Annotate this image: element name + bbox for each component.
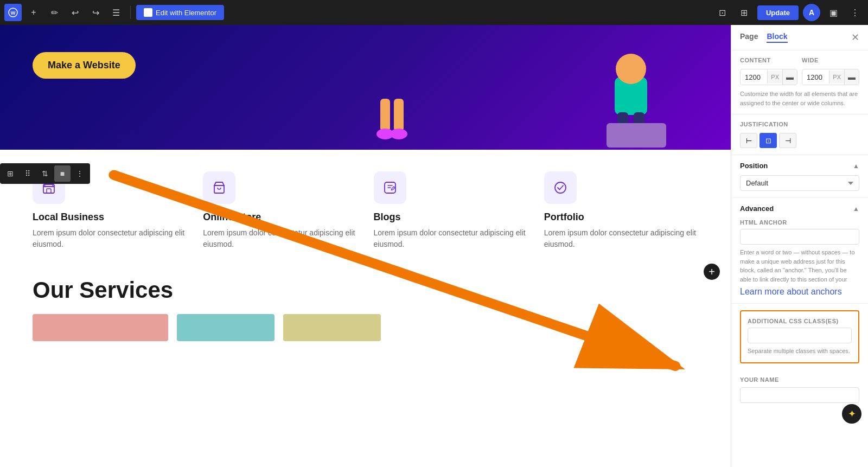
service-title-portfolio: Portfolio	[544, 212, 698, 223]
svg-point-5	[390, 129, 407, 139]
service-item-portfolio: Portfolio Lorem ipsum dolor consectetur …	[544, 171, 698, 250]
our-services-title: Our Services	[33, 277, 698, 303]
redo-icon: ↪	[92, 8, 99, 18]
wide-width-input[interactable]	[802, 70, 829, 85]
view-button[interactable]: ⊡	[714, 4, 731, 21]
content-unit-icon[interactable]: ▬	[782, 69, 797, 85]
main-layout: Make a Website	[0, 25, 868, 467]
service-title-blogs: Blogs	[374, 212, 528, 223]
sidebar-toggle-button[interactable]: ▣	[825, 4, 842, 21]
services-grid: Local Business Lorem ipsum dolor consect…	[33, 171, 698, 250]
advanced-section-header[interactable]: Advanced ▲	[740, 204, 859, 213]
position-select[interactable]: Default Sticky Fixed	[740, 175, 859, 191]
service-item-blogs: Blogs Lorem ipsum dolor consectetur adip…	[374, 171, 528, 250]
svg-rect-14	[47, 189, 51, 193]
svg-text:W: W	[11, 10, 16, 16]
sunburst-button[interactable]: ✦	[842, 404, 861, 424]
block-more-icon: ⋮	[76, 169, 84, 178]
block-type-button[interactable]: ■	[54, 165, 71, 182]
elementor-icon	[144, 8, 152, 17]
add-block-canvas-button[interactable]: +	[704, 264, 720, 280]
undo-button[interactable]: ↩	[66, 4, 84, 21]
plus-icon: +	[709, 266, 715, 278]
more-options-button[interactable]: ⋮	[846, 4, 864, 21]
sunburst-icon: ✦	[848, 408, 856, 420]
justify-right-button[interactable]: ⊣	[779, 133, 796, 148]
list-icon: ☰	[112, 8, 120, 18]
panel-desc: Customize the width for all elements tha…	[740, 89, 859, 107]
our-services-section: Our Services	[0, 266, 731, 314]
svg-rect-3	[394, 99, 404, 131]
anchor-desc: Enter a word or two — without spaces — t…	[740, 248, 859, 284]
bottom-label: YOUR NAME	[740, 376, 859, 383]
color-bar-teal	[177, 314, 275, 341]
toolbar-right: ⊡ ⊞ Update A ▣ ⋮	[714, 4, 864, 21]
tab-block[interactable]: Block	[767, 32, 787, 43]
avatar[interactable]: A	[803, 4, 820, 21]
panel-tabs: Page Block	[740, 32, 851, 43]
redo-button[interactable]: ↪	[87, 4, 104, 21]
hero-cta-button[interactable]: Make a Website	[33, 52, 136, 79]
learn-more-block: Learn more about anchors	[740, 287, 859, 297]
advanced-title: Advanced	[740, 204, 774, 213]
justify-left-icon: ⊢	[746, 137, 752, 145]
hero-section: Make a Website	[0, 25, 731, 150]
block-icon: ■	[60, 169, 65, 178]
panel-close-button[interactable]: ✕	[851, 31, 859, 43]
sidebar-icon: ▣	[829, 8, 838, 18]
duplicate-icon: ⊞	[7, 169, 14, 178]
wide-unit: PX	[829, 71, 844, 84]
justification-label: JUSTIFICATION	[740, 121, 859, 127]
edit-with-elementor-button[interactable]: Edit with Elementor	[136, 5, 224, 20]
move-up-down-button[interactable]: ⇅	[37, 165, 53, 182]
css-class-desc: Separate multiple classes with spaces.	[748, 347, 852, 356]
color-bars	[0, 314, 731, 341]
wide-unit-icon[interactable]: ▬	[844, 69, 859, 85]
add-block-toolbar-button[interactable]: +	[25, 4, 42, 21]
css-class-input[interactable]	[748, 328, 852, 343]
additional-css-section: ADDITIONAL CSS CLASS(ES) Separate multip…	[740, 310, 859, 363]
html-anchor-label: HTML ANCHOR	[740, 219, 859, 226]
external-button[interactable]: ⊞	[736, 4, 753, 21]
main-toolbar: W + ✏ ↩ ↪ ☰ Edit with Elementor ⊡ ⊞ Upda…	[0, 0, 868, 25]
position-title: Position	[740, 162, 768, 170]
advanced-section: Advanced ▲ HTML ANCHOR Enter a word or t…	[731, 198, 868, 304]
svg-point-7	[616, 54, 646, 84]
duplicate-button[interactable]: ⊞	[2, 165, 18, 182]
list-button[interactable]: ☰	[107, 4, 125, 21]
html-anchor-block: HTML ANCHOR Enter a word or two — withou…	[740, 219, 859, 297]
block-more-button[interactable]: ⋮	[72, 165, 88, 182]
view-icon: ⊡	[719, 8, 726, 18]
canvas-area: Make a Website	[0, 25, 731, 467]
tab-page[interactable]: Page	[740, 32, 758, 43]
justification-section: JUSTIFICATION ⊢ ⊡ ⊣	[731, 114, 868, 155]
justify-center-button[interactable]: ⊡	[760, 133, 777, 148]
panel-content-wide-row: CONTENT PX ▬ WIDE PX ▬	[740, 57, 859, 85]
service-title-local-business: Local Business	[33, 212, 187, 223]
drag-button[interactable]: ⠿	[20, 165, 36, 182]
justify-left-button[interactable]: ⊢	[740, 133, 757, 148]
wp-logo[interactable]: W	[4, 4, 22, 21]
justification-buttons: ⊢ ⊡ ⊣	[740, 133, 859, 148]
color-bar-yellow	[283, 314, 381, 341]
position-chevron-icon: ▲	[853, 162, 859, 170]
service-title-online-store: Online Store	[203, 212, 357, 223]
pen-icon: ✏	[51, 8, 58, 18]
html-anchor-input[interactable]	[740, 229, 859, 245]
advanced-chevron-icon: ▲	[853, 205, 859, 213]
learn-more-link[interactable]: Learn more about anchors	[740, 287, 842, 296]
update-button[interactable]: Update	[757, 5, 799, 20]
drag-icon: ⠿	[25, 169, 30, 178]
service-icon-blogs	[374, 171, 406, 204]
service-icon-portfolio	[544, 171, 577, 204]
toolbar-separator	[130, 6, 131, 19]
pen-button[interactable]: ✏	[46, 4, 63, 21]
canvas-wrapper: Make a Website	[0, 25, 731, 467]
position-section-header[interactable]: Position ▲	[740, 162, 859, 170]
hero-figure-right	[593, 44, 680, 150]
bottom-input[interactable]	[740, 387, 859, 403]
service-desc-local-business: Lorem ipsum dolor consectetur adipiscing…	[33, 227, 187, 250]
external-icon: ⊞	[741, 8, 748, 18]
position-section: Position ▲ Default Sticky Fixed	[731, 155, 868, 198]
content-width-input[interactable]	[741, 70, 767, 85]
